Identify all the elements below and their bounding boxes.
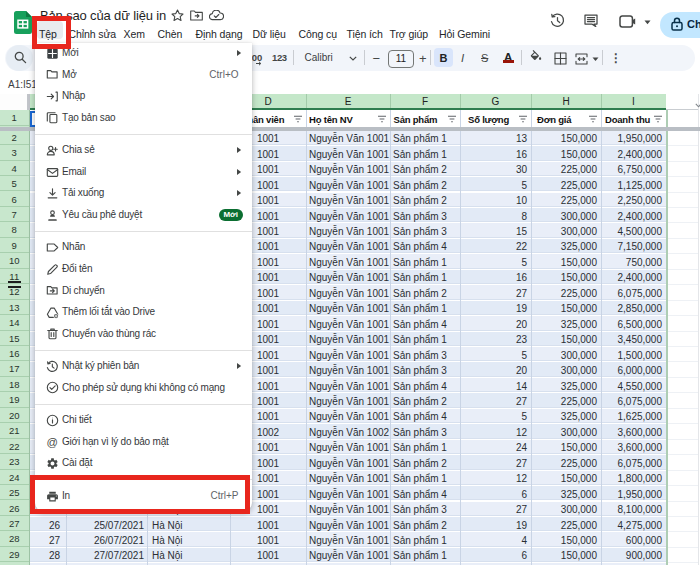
svg-text:@: @ — [46, 436, 57, 448]
